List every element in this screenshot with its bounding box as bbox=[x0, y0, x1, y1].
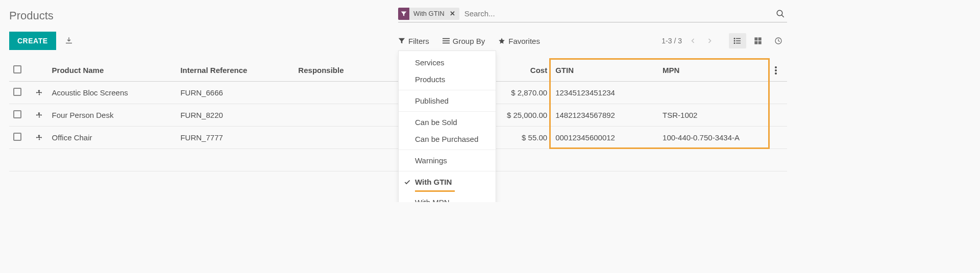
col-header-cost[interactable]: Cost bbox=[493, 59, 551, 82]
filters-dropdown: ServicesProductsPublishedCan be SoldCan … bbox=[398, 51, 496, 202]
filter-icon bbox=[398, 37, 405, 44]
search-input[interactable] bbox=[459, 7, 774, 20]
filter-option[interactable]: Services bbox=[399, 54, 496, 71]
view-list-button[interactable] bbox=[729, 33, 746, 48]
chevron-right-icon[interactable] bbox=[704, 37, 715, 45]
drag-handle-icon[interactable] bbox=[36, 112, 43, 119]
search-bar[interactable]: With GTIN ✕ bbox=[398, 6, 787, 22]
cell-mpn: 100-440-0.750-3434-A bbox=[658, 127, 771, 149]
filter-option[interactable]: Products bbox=[399, 71, 496, 88]
col-header-ref[interactable]: Internal Reference bbox=[176, 59, 294, 82]
svg-rect-3 bbox=[443, 40, 450, 41]
svg-rect-10 bbox=[736, 43, 741, 44]
filter-option[interactable]: Published bbox=[399, 92, 496, 109]
svg-rect-14 bbox=[758, 41, 762, 44]
filter-option[interactable]: Warnings bbox=[399, 152, 496, 169]
svg-point-16 bbox=[775, 66, 777, 68]
svg-rect-8 bbox=[736, 40, 741, 41]
pager-text: 1-3 / 3 bbox=[662, 37, 682, 45]
cell-gtin: 14821234567892 bbox=[551, 104, 658, 127]
groupby-label: Group By bbox=[453, 37, 485, 45]
view-kanban-button[interactable] bbox=[749, 33, 767, 48]
svg-rect-11 bbox=[754, 37, 757, 40]
import-icon[interactable] bbox=[64, 36, 74, 45]
filter-option[interactable]: Can be Sold bbox=[399, 114, 496, 131]
cell-ref: FURN_6666 bbox=[176, 82, 294, 104]
cell-gtin: 12345123451234 bbox=[551, 82, 658, 104]
cell-name: Acoustic Bloc Screens bbox=[48, 82, 177, 104]
cell-cost: $ 2,870.00 bbox=[493, 82, 551, 104]
cell-cost: $ 55.00 bbox=[493, 127, 551, 149]
drag-handle-icon[interactable] bbox=[36, 134, 43, 141]
drag-handle-icon[interactable] bbox=[36, 89, 43, 96]
row-checkbox[interactable] bbox=[13, 133, 21, 141]
svg-point-9 bbox=[734, 42, 736, 44]
cell-ref: FURN_8220 bbox=[176, 104, 294, 127]
svg-point-0 bbox=[777, 10, 782, 16]
cell-gtin: 00012345600012 bbox=[551, 127, 658, 149]
filter-option[interactable]: With GTIN bbox=[399, 173, 496, 190]
filter-icon bbox=[398, 8, 409, 20]
list-icon bbox=[443, 37, 450, 44]
select-all-checkbox[interactable] bbox=[13, 65, 21, 73]
check-icon bbox=[404, 179, 411, 186]
svg-point-17 bbox=[775, 69, 777, 71]
view-activity-button[interactable] bbox=[770, 33, 787, 48]
col-header-name[interactable]: Product Name bbox=[48, 59, 177, 82]
star-icon bbox=[498, 37, 505, 44]
svg-rect-12 bbox=[758, 37, 762, 40]
grid-icon bbox=[754, 37, 762, 45]
col-header-mpn[interactable]: MPN bbox=[658, 59, 771, 82]
svg-rect-6 bbox=[736, 38, 741, 39]
svg-point-5 bbox=[734, 38, 736, 39]
svg-point-18 bbox=[775, 72, 777, 75]
cell-mpn: TSR-1002 bbox=[658, 104, 771, 127]
search-facet-label: With GTIN bbox=[409, 10, 448, 17]
cell-cost: $ 25,000.00 bbox=[493, 104, 551, 127]
filters-label: Filters bbox=[408, 37, 429, 45]
kebab-icon[interactable] bbox=[775, 66, 783, 75]
svg-line-1 bbox=[781, 15, 784, 17]
filter-option[interactable]: With MPN bbox=[399, 194, 496, 202]
favorites-label: Favorites bbox=[508, 37, 540, 45]
page-title: Products bbox=[9, 6, 54, 22]
svg-rect-13 bbox=[754, 41, 757, 44]
chevron-left-icon[interactable] bbox=[688, 37, 698, 45]
cell-ref: FURN_7777 bbox=[176, 127, 294, 149]
clock-icon bbox=[774, 37, 782, 45]
svg-point-7 bbox=[734, 40, 736, 42]
col-header-gtin[interactable]: GTIN bbox=[551, 59, 658, 82]
list-icon bbox=[733, 36, 742, 45]
row-checkbox[interactable] bbox=[13, 110, 21, 118]
svg-rect-2 bbox=[443, 38, 450, 39]
row-checkbox[interactable] bbox=[13, 88, 21, 96]
close-icon[interactable]: ✕ bbox=[448, 10, 459, 17]
cell-name: Office Chair bbox=[48, 127, 177, 149]
create-button[interactable]: CREATE bbox=[9, 32, 56, 50]
search-icon[interactable] bbox=[774, 9, 787, 18]
favorites-button[interactable]: Favorites bbox=[498, 37, 540, 45]
cell-name: Four Person Desk bbox=[48, 104, 177, 127]
cell-mpn bbox=[658, 82, 771, 104]
groupby-button[interactable]: Group By bbox=[443, 37, 485, 45]
search-facet: With GTIN ✕ bbox=[398, 8, 459, 20]
svg-rect-4 bbox=[443, 43, 450, 44]
filter-option[interactable]: Can be Purchased bbox=[399, 131, 496, 147]
filters-button[interactable]: Filters bbox=[398, 37, 429, 45]
